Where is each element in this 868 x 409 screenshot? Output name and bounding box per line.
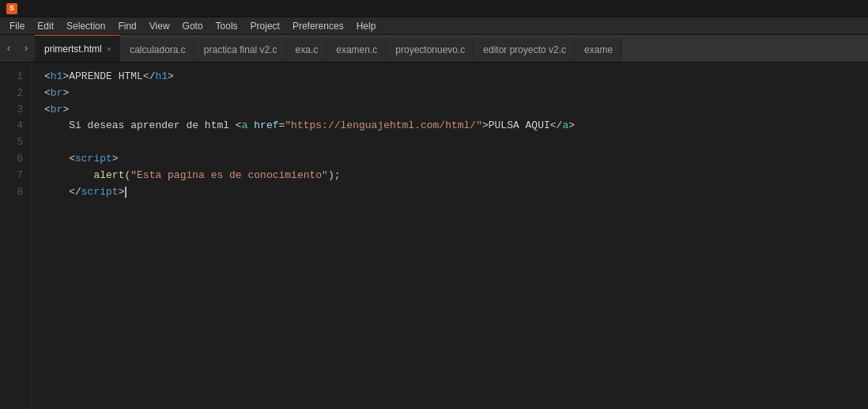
- title-bar: S: [0, 0, 868, 17]
- menu-item-find[interactable]: Find: [111, 19, 142, 33]
- app-icon: S: [6, 3, 17, 14]
- menu-item-project[interactable]: Project: [244, 19, 286, 33]
- menu-item-help[interactable]: Help: [350, 19, 383, 33]
- tab-next-button[interactable]: ›: [17, 35, 35, 62]
- menu-item-view[interactable]: View: [143, 19, 176, 33]
- line-num-4: 4: [0, 118, 31, 134]
- editor-area: 12345678 <h1>APRENDE HTML</h1> <br> <br>…: [0, 62, 868, 409]
- tab-0[interactable]: primertst.html×: [35, 35, 120, 62]
- line-num-6: 6: [0, 151, 31, 168]
- line-num-7: 7: [0, 168, 31, 184]
- tab-6[interactable]: editor proyecto v2.c: [474, 38, 575, 62]
- menu-item-tools[interactable]: Tools: [209, 19, 244, 33]
- menu-item-file[interactable]: File: [3, 19, 31, 33]
- code-line-1: <h1>APRENDE HTML</h1>: [44, 69, 868, 85]
- line-num-2: 2: [0, 85, 31, 102]
- tab-5[interactable]: proyectonuevo.c: [386, 38, 474, 62]
- tab-close-0[interactable]: ×: [107, 44, 111, 54]
- menu-bar: FileEditSelectionFindViewGotoToolsProjec…: [0, 17, 868, 35]
- menu-item-selection[interactable]: Selection: [60, 19, 111, 33]
- code-line-4: Si deseas aprender de html <a href="http…: [44, 118, 868, 134]
- menu-item-goto[interactable]: Goto: [176, 19, 209, 33]
- code-line-7: alert("Esta pagina es de conocimiento");: [44, 168, 868, 184]
- tab-1[interactable]: calculadora.c: [120, 38, 194, 62]
- line-num-8: 8: [0, 184, 31, 201]
- code-content[interactable]: <h1>APRENDE HTML</h1> <br> <br> Si desea…: [32, 62, 868, 409]
- tab-bar: ‹ › primertst.html×calculadora.cpractica…: [0, 35, 868, 62]
- code-line-6: <script>: [44, 151, 868, 168]
- tab-3[interactable]: exa.c: [286, 38, 327, 62]
- tab-7[interactable]: exame: [575, 38, 621, 62]
- code-line-8: </script>: [44, 184, 868, 201]
- code-line-2: <br>: [44, 85, 868, 102]
- tab-prev-button[interactable]: ‹: [0, 35, 17, 62]
- menu-item-edit[interactable]: Edit: [31, 19, 60, 33]
- code-line-3: <br>: [44, 102, 868, 119]
- tab-2[interactable]: practica final v2.c: [194, 38, 286, 62]
- menu-item-preferences[interactable]: Preferences: [286, 19, 350, 33]
- line-num-3: 3: [0, 102, 31, 119]
- code-line-5: [44, 134, 868, 151]
- tab-4[interactable]: examen.c: [326, 38, 386, 62]
- line-numbers: 12345678: [0, 62, 32, 409]
- line-num-1: 1: [0, 69, 31, 85]
- line-num-5: 5: [0, 134, 31, 151]
